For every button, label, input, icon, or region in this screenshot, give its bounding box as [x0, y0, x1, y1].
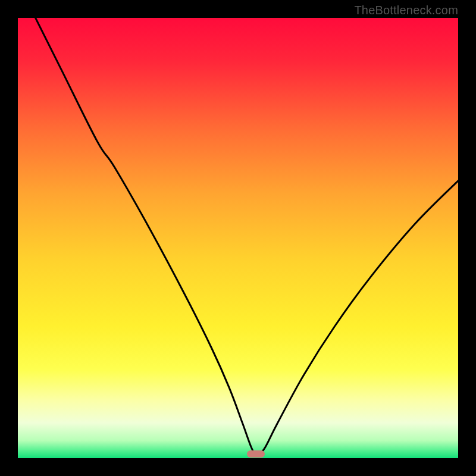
bottleneck-curve — [18, 18, 458, 458]
chart-frame: TheBottleneck.com — [0, 0, 476, 476]
minimum-marker — [247, 450, 265, 458]
watermark-text: TheBottleneck.com — [354, 4, 458, 17]
plot-area — [18, 18, 458, 458]
